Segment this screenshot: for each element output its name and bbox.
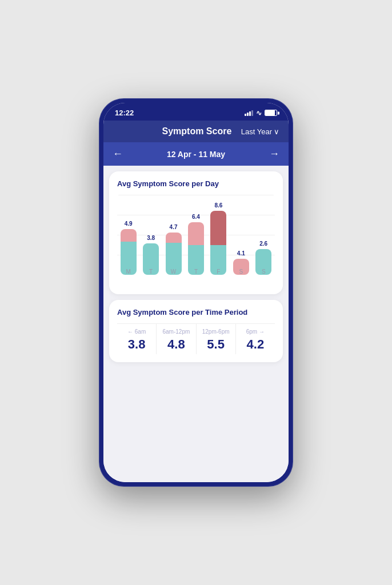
next-date-button[interactable]: → [269, 148, 279, 160]
chevron-down-icon: ∨ [274, 127, 279, 136]
bar-label-s2: S [262, 269, 266, 275]
time-period-label-pre6am: ← 6am [119, 328, 154, 335]
date-nav: ← 12 Apr - 11 May → [103, 142, 289, 166]
filter-label: Last Year [241, 127, 272, 136]
bar-value-t2: 6.4 [192, 214, 200, 220]
chart-card-title: Avg Symptom Score per Day [117, 179, 275, 188]
filter-dropdown[interactable]: Last Year ∨ [241, 127, 279, 136]
time-period-6am12pm: 6am-12pm 4.8 [157, 324, 196, 354]
status-bar: 12:22 ∿ [103, 103, 289, 121]
bar-value-f: 8.6 [214, 202, 222, 209]
bar-group-m: 4.9 M [121, 221, 137, 275]
bar-stack-m [121, 229, 137, 275]
battery-icon [265, 110, 277, 116]
status-icons: ∿ [245, 109, 277, 117]
bar-group-w: 4.7 W [166, 224, 182, 275]
time-period-pre6am: ← 6am 3.8 [117, 324, 157, 354]
time-period-label-6am12pm: 6am-12pm [159, 328, 193, 335]
phone-shell: 12:22 ∿ Symptom Score Last Year ∨ [99, 98, 293, 487]
bar-stack-t2 [188, 222, 204, 275]
bar-group-t2: 6.4 T [188, 214, 204, 275]
bar-stack-f [210, 211, 226, 275]
bar-value-t1: 3.8 [147, 235, 155, 241]
app-header: Symptom Score Last Year ∨ [103, 121, 289, 142]
bar-group-s2: 2.6 S [255, 241, 271, 275]
bar-label-m: M [126, 269, 131, 275]
time-period-value-pre6am: 3.8 [119, 337, 154, 352]
time-period-label-12pm6pm: 12pm-6pm [199, 328, 233, 335]
time-period-value-12pm6pm: 5.5 [199, 337, 233, 352]
signal-icon [245, 110, 253, 116]
bar-top-t2 [188, 222, 204, 245]
bar-label-t1: T [149, 269, 153, 275]
bar-label-t2: T [194, 269, 198, 275]
content-area: Avg Symptom Score per Day 4.9 M 3.8 [103, 166, 289, 482]
time-period-value-6am12pm: 4.8 [159, 337, 193, 352]
wifi-icon: ∿ [256, 109, 262, 117]
bar-label-w: W [171, 269, 176, 275]
time-period-12pm6pm: 12pm-6pm 5.5 [197, 324, 236, 354]
phone-inner: 12:22 ∿ Symptom Score Last Year ∨ [103, 103, 289, 482]
status-time: 12:22 [115, 109, 134, 117]
time-period-card: Avg Symptom Score per Time Period ← 6am … [109, 300, 283, 362]
bar-top-m [121, 229, 137, 242]
bar-label-f: F [217, 269, 220, 275]
bar-chart: 4.9 M 3.8 T [117, 195, 275, 286]
chart-card: Avg Symptom Score per Day 4.9 M 3.8 [109, 171, 283, 294]
bar-value-s1: 4.1 [237, 250, 245, 257]
time-period-post6pm: 6pm → 4.2 [236, 324, 275, 354]
bar-group-t1: 3.8 T [143, 235, 159, 275]
bar-value-m: 4.9 [125, 221, 133, 227]
bar-top-w [166, 233, 182, 243]
time-period-card-title: Avg Symptom Score per Time Period [117, 308, 275, 316]
time-period-value-post6pm: 4.2 [238, 337, 273, 352]
bar-group-f: 8.6 F [210, 202, 226, 275]
bar-top-f [210, 211, 226, 245]
prev-date-button[interactable]: ← [113, 148, 123, 160]
bar-value-w: 4.7 [170, 224, 178, 230]
bar-label-s1: S [239, 269, 243, 275]
time-period-label-post6pm: 6pm → [238, 328, 273, 335]
bar-value-s2: 2.6 [259, 241, 267, 247]
header-title: Symptom Score [153, 126, 241, 137]
time-periods: ← 6am 3.8 6am-12pm 4.8 12pm-6pm 5.5 6pm … [117, 323, 275, 354]
date-range-label: 12 Apr - 11 May [167, 150, 225, 159]
bar-group-s1: 4.1 S [233, 250, 249, 275]
